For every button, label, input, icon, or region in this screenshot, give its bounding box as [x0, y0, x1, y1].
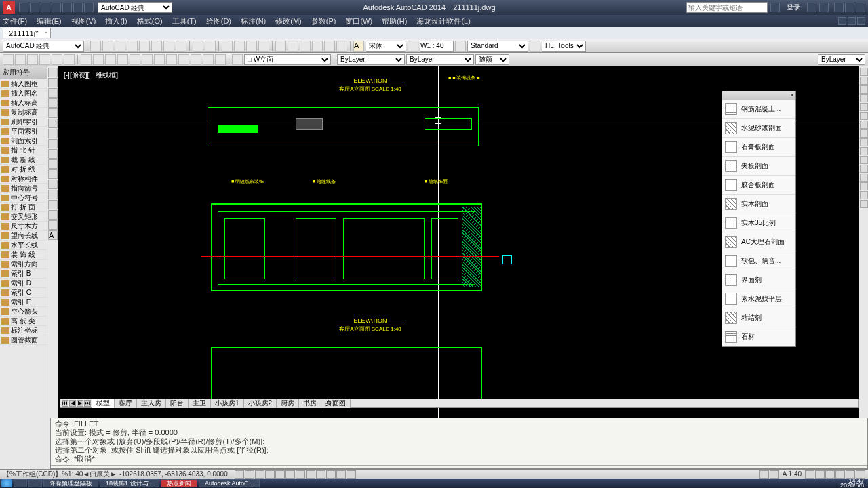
menu-file[interactable]: 文件(F) — [3, 16, 27, 26]
close-icon[interactable] — [856, 3, 865, 12]
layout-tab[interactable]: 主卫 — [189, 399, 211, 408]
draw-arc-icon[interactable] — [39, 54, 50, 65]
drawing-canvas[interactable]: [-][俯视][二维线框] ELEVATION 客厅A立面图 SCALE 1:4… — [58, 66, 859, 469]
plot-select[interactable]: 随颜 — [475, 54, 509, 65]
polar-toggle[interactable] — [265, 470, 275, 479]
task-1[interactable]: 降噪预理盘隔板 — [43, 479, 98, 487]
palette-item[interactable]: 空心箭头 — [0, 307, 47, 317]
v-hatch-icon[interactable] — [48, 149, 58, 159]
menu-help[interactable]: 帮助(H) — [382, 16, 407, 26]
menu-window[interactable]: 窗口(W) — [345, 16, 372, 26]
qat-undo-icon[interactable] — [52, 3, 61, 12]
lock-icon[interactable] — [825, 470, 835, 479]
v-point-icon[interactable] — [48, 200, 58, 209]
palette-item[interactable]: 指向箭号 — [0, 184, 47, 193]
layout-tab[interactable]: 主人房 — [137, 399, 166, 408]
menu-hailong[interactable]: 海龙设计软件(L) — [416, 16, 470, 26]
tool-save-icon[interactable] — [115, 41, 125, 52]
palette-item[interactable]: 交叉矩形 — [0, 212, 47, 222]
tool-text-icon[interactable]: A — [353, 41, 364, 52]
palette-item[interactable]: 指 北 针 — [0, 146, 47, 155]
palette-item[interactable]: 插入图名 — [0, 89, 47, 98]
hw-icon[interactable] — [835, 470, 845, 479]
r-mirror-icon[interactable] — [860, 85, 868, 94]
qat-print-icon[interactable] — [73, 3, 83, 12]
v-line-icon[interactable] — [48, 68, 58, 77]
tool-zoom-icon[interactable] — [234, 41, 245, 52]
qat-open-icon[interactable] — [30, 3, 39, 12]
tool-redo-icon[interactable] — [205, 41, 216, 52]
minimize-icon[interactable] — [834, 3, 844, 12]
tool-mark-icon[interactable] — [324, 41, 335, 52]
viewport-label[interactable]: [-][俯视][二维线框] — [64, 70, 118, 80]
r-offset-icon[interactable] — [860, 94, 868, 102]
mod-array-icon[interactable] — [130, 54, 140, 65]
r-array-icon[interactable] — [860, 103, 868, 111]
draw-hatch-icon[interactable] — [64, 54, 75, 65]
menu-dim[interactable]: 标注(N) — [241, 16, 266, 26]
hatch-item[interactable]: 粘结剂 — [722, 308, 795, 327]
tab-prev-icon[interactable]: ◀ — [69, 400, 76, 407]
tool-new-icon[interactable] — [90, 41, 101, 52]
layout-tab[interactable]: 客厅 — [115, 399, 137, 408]
tool-dim-icon[interactable] — [408, 41, 418, 52]
layer-select[interactable]: □ W立面 — [244, 54, 331, 65]
layout-tab[interactable]: 身面图 — [321, 399, 351, 408]
v-text-icon[interactable] — [48, 169, 58, 179]
close-tab-icon[interactable]: × — [44, 29, 47, 36]
tool-tp-icon[interactable] — [300, 41, 311, 52]
tool-ssm-icon[interactable] — [312, 41, 323, 52]
doc-close-icon[interactable] — [857, 17, 865, 25]
menu-view[interactable]: 视图(V) — [71, 16, 96, 26]
r-stretch-icon[interactable] — [860, 138, 868, 146]
annoscale-label[interactable]: A 1:40 — [780, 470, 804, 479]
palette-item[interactable]: 圆管截面 — [0, 336, 47, 345]
start-button[interactable] — [1, 479, 12, 487]
exchange-icon[interactable] — [807, 3, 816, 12]
r-break-icon[interactable] — [860, 165, 868, 173]
otrack-toggle[interactable] — [285, 470, 295, 479]
r-join-icon[interactable] — [860, 174, 868, 182]
palette-item[interactable]: 水平长线 — [0, 241, 47, 250]
hatch-palette[interactable]: × 钢筋混凝土...水泥砂浆剖面石膏板剖面夹板剖面胶合板剖面实木剖面实木35比例… — [722, 91, 796, 347]
layout-tab[interactable]: 小孩房1 — [211, 399, 244, 408]
palette-item[interactable]: 索引 D — [0, 279, 47, 288]
v-div-icon[interactable] — [48, 210, 58, 220]
palette-item[interactable]: 插入标高 — [0, 98, 47, 108]
osnap-toggle[interactable] — [275, 470, 285, 479]
hatch-item[interactable]: 石膏板剖面 — [722, 138, 795, 157]
v-table-icon[interactable] — [48, 180, 58, 189]
lwt-toggle[interactable] — [316, 470, 326, 479]
palette-item[interactable]: 尺寸木方 — [0, 222, 47, 231]
mod-mirror-icon[interactable] — [105, 54, 116, 65]
v-grad-icon[interactable] — [48, 220, 58, 230]
qp-toggle[interactable] — [326, 470, 336, 479]
document-tab[interactable]: 211111j* × — [3, 28, 51, 38]
snap-toggle[interactable] — [235, 470, 244, 479]
v-pline-icon[interactable] — [48, 78, 58, 87]
ws-icon[interactable] — [815, 470, 825, 479]
tool-undo-icon[interactable] — [193, 41, 203, 52]
draw-rect-icon[interactable] — [52, 54, 62, 65]
mod-trim-icon[interactable] — [178, 54, 189, 65]
r-explode-icon[interactable] — [860, 200, 868, 208]
hatch-item[interactable]: 钢筋混凝土... — [722, 100, 795, 119]
qat-save-icon[interactable] — [41, 3, 50, 12]
r-copy-icon[interactable] — [860, 77, 868, 85]
command-window[interactable]: 命令: FILLET 当前设置: 模式 = 修剪, 半径 = 0.0000 选择… — [50, 418, 868, 469]
palette-item[interactable]: 索引 E — [0, 298, 47, 307]
v-ellipse-icon[interactable] — [48, 139, 58, 148]
ducs-toggle[interactable] — [296, 470, 305, 479]
mod-erase-icon[interactable] — [81, 54, 92, 65]
doc-minimize-icon[interactable] — [838, 17, 846, 25]
lweight-select[interactable]: ByLayer — [818, 54, 865, 65]
tool-pan-icon[interactable] — [222, 41, 233, 52]
palette-item[interactable]: 标注坐标 — [0, 326, 47, 336]
mod-scale-icon[interactable] — [166, 54, 177, 65]
r-extend-icon[interactable] — [860, 156, 868, 164]
mod-offset-icon[interactable] — [117, 54, 128, 65]
draw-pline-icon[interactable] — [15, 54, 26, 65]
tool-open-icon[interactable] — [102, 41, 113, 52]
maximize-icon[interactable] — [845, 3, 854, 12]
tool-calc-icon[interactable] — [336, 41, 347, 52]
